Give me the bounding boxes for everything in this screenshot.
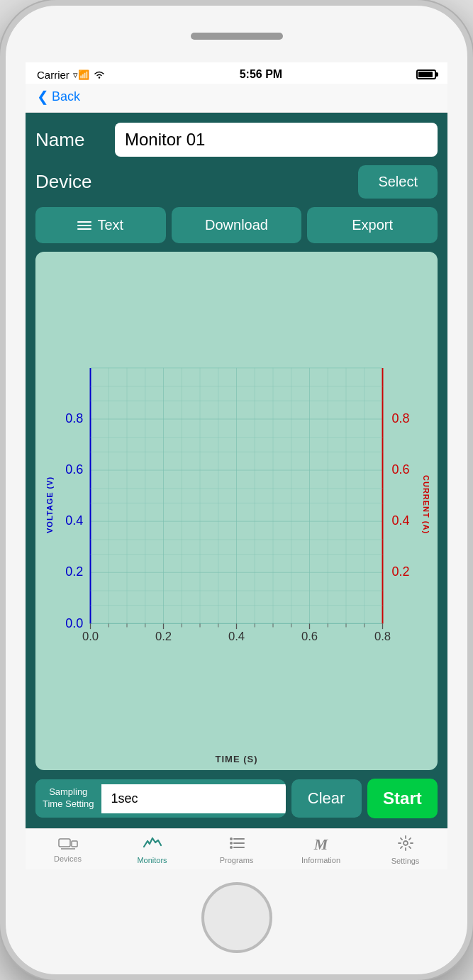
settings-icon bbox=[397, 835, 414, 854]
svg-text:0.8: 0.8 bbox=[391, 411, 409, 425]
svg-text:0.2: 0.2 bbox=[391, 564, 409, 579]
bottom-controls: SamplingTime Setting Clear Start bbox=[35, 779, 438, 818]
phone-speaker bbox=[191, 33, 283, 40]
svg-point-69 bbox=[230, 837, 233, 840]
svg-text:0.6: 0.6 bbox=[391, 462, 409, 477]
svg-text:0.6: 0.6 bbox=[65, 462, 83, 477]
tab-devices-label: Devices bbox=[54, 854, 82, 863]
svg-point-75 bbox=[404, 841, 408, 845]
chart-inner: 0.0 0.2 0.4 0.6 0.8 0.2 0.4 0.6 0.8 0.0 bbox=[54, 259, 419, 751]
chart-svg: 0.0 0.2 0.4 0.6 0.8 0.2 0.4 0.6 0.8 0.0 bbox=[54, 259, 419, 751]
tab-information[interactable]: M Information bbox=[279, 835, 363, 864]
phone-frame: Carrier ▿📶 5:56 PM ❮ Back bbox=[0, 0, 473, 980]
nav-bar: ❮ Back bbox=[26, 84, 447, 113]
tab-programs-label: Programs bbox=[220, 856, 254, 864]
x-axis-label: TIME (S) bbox=[43, 754, 430, 764]
svg-text:0.4: 0.4 bbox=[228, 630, 245, 643]
name-label: Name bbox=[35, 129, 106, 151]
sampling-label: SamplingTime Setting bbox=[35, 779, 101, 818]
tab-settings-label: Settings bbox=[391, 857, 420, 865]
sampling-group: SamplingTime Setting bbox=[35, 779, 286, 818]
tab-monitors-label: Monitors bbox=[137, 856, 167, 864]
back-chevron-icon: ❮ bbox=[37, 88, 49, 105]
svg-text:0.4: 0.4 bbox=[391, 513, 409, 528]
sampling-value-input[interactable] bbox=[101, 784, 286, 813]
y-axis-left-label: VOLTAGE (V) bbox=[43, 259, 54, 751]
tab-programs[interactable]: Programs bbox=[194, 835, 279, 864]
monitors-icon bbox=[143, 835, 162, 854]
wifi-signal-icon bbox=[93, 69, 106, 79]
chart-wrapper: VOLTAGE (V) bbox=[43, 259, 430, 751]
wifi-icon: ▿📶 bbox=[73, 69, 89, 80]
svg-text:0.8: 0.8 bbox=[65, 411, 83, 425]
text-button[interactable]: Text bbox=[35, 207, 166, 243]
home-button[interactable] bbox=[201, 882, 272, 953]
screen: Carrier ▿📶 5:56 PM ❮ Back bbox=[26, 62, 447, 869]
svg-point-73 bbox=[230, 846, 233, 849]
carrier-label: Carrier ▿📶 bbox=[37, 69, 106, 81]
name-row: Name bbox=[35, 123, 438, 157]
device-label: Device bbox=[35, 171, 91, 193]
menu-icon bbox=[77, 221, 91, 230]
tab-devices[interactable]: Devices bbox=[26, 837, 110, 863]
svg-text:0.0: 0.0 bbox=[82, 630, 99, 643]
svg-text:0.6: 0.6 bbox=[301, 630, 318, 643]
tab-bar: Devices Monitors bbox=[26, 828, 447, 869]
programs-icon bbox=[228, 835, 245, 854]
device-row: Device Select bbox=[35, 165, 438, 199]
name-input[interactable] bbox=[115, 123, 438, 157]
start-button[interactable]: Start bbox=[367, 779, 438, 818]
clear-button[interactable]: Clear bbox=[291, 779, 362, 818]
chart-area: VOLTAGE (V) bbox=[35, 252, 438, 770]
back-label: Back bbox=[52, 89, 80, 104]
select-button[interactable]: Select bbox=[358, 165, 438, 199]
svg-text:0.2: 0.2 bbox=[65, 564, 83, 579]
devices-icon bbox=[58, 837, 78, 852]
download-button[interactable]: Download bbox=[172, 207, 302, 243]
information-icon: M bbox=[314, 835, 328, 854]
svg-text:0.2: 0.2 bbox=[155, 630, 172, 643]
svg-rect-66 bbox=[59, 839, 70, 847]
back-button[interactable]: ❮ Back bbox=[37, 88, 436, 105]
svg-rect-67 bbox=[72, 841, 77, 847]
svg-text:0.0: 0.0 bbox=[65, 616, 83, 630]
svg-point-0 bbox=[99, 77, 100, 78]
tab-information-label: Information bbox=[301, 856, 340, 864]
svg-text:0.8: 0.8 bbox=[374, 630, 391, 643]
battery-icon bbox=[416, 69, 436, 79]
action-row: Text Download Export bbox=[35, 207, 438, 243]
svg-point-71 bbox=[230, 842, 233, 845]
tab-settings[interactable]: Settings bbox=[363, 835, 447, 865]
main-content: Name Device Select Text Download bbox=[26, 113, 447, 828]
svg-text:0.4: 0.4 bbox=[65, 513, 83, 528]
y-axis-right-label: CURRENT (A) bbox=[419, 259, 430, 751]
status-bar: Carrier ▿📶 5:56 PM bbox=[26, 62, 447, 84]
status-time: 5:56 PM bbox=[240, 68, 282, 81]
tab-monitors[interactable]: Monitors bbox=[110, 835, 194, 864]
export-button[interactable]: Export bbox=[307, 207, 438, 243]
